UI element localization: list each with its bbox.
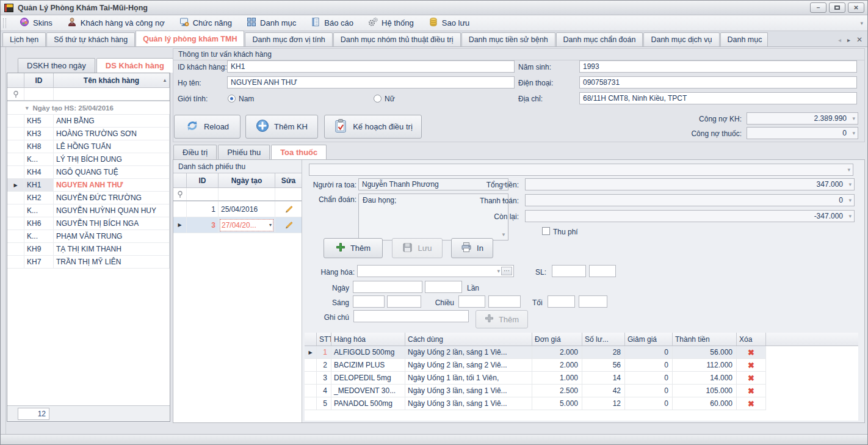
tab-ds-khach-hang[interactable]: DS Khách hàng (96, 58, 173, 73)
delete-row-icon[interactable]: ✖ (737, 397, 766, 410)
item-row[interactable]: 4 _MEDOVENT 30... Ngày Uống 3 lần, sáng … (305, 385, 858, 397)
receipt-id-filter-cell[interactable] (187, 188, 219, 200)
table-row[interactable]: KH5ANH BẰNG (7, 115, 170, 128)
menu-skins[interactable]: Skins (12, 15, 60, 31)
tab-scroll-right-icon[interactable]: ▸ (847, 37, 850, 43)
menu-drag-grip[interactable] (3, 18, 6, 28)
name-filter-cell[interactable] (54, 88, 170, 100)
drug-debt-field[interactable]: 0▾ (747, 127, 858, 139)
stt-column-header[interactable]: STT (317, 333, 331, 346)
product-lookup-button[interactable]: ··· (501, 267, 512, 275)
day-field[interactable] (353, 281, 422, 293)
product-column-header[interactable]: Hàng hóa (331, 333, 405, 346)
name-column-header[interactable]: Tên khách hàng▴ (54, 73, 170, 87)
total-field[interactable]: 347.000▾ (525, 178, 855, 190)
note-field[interactable] (353, 310, 469, 322)
item-row[interactable]: 3 DELOPEDIL 5mg Ngày Uống 1 lần, tối 1 V… (305, 372, 858, 385)
tab-dm-nhom-thu-thuat[interactable]: Danh mục nhóm thủ thuật điều trị (333, 32, 461, 46)
receipt-id-column-header[interactable]: ID (187, 173, 219, 187)
tab-dskh-theo-ngay[interactable]: DSKH theo ngày (18, 58, 95, 73)
prescription-selector-combo[interactable]: ▾ (309, 164, 853, 176)
tab-dieu-tri[interactable]: Điều trị (173, 145, 217, 159)
close-button[interactable]: ✕ (848, 2, 864, 13)
group-row[interactable]: ▾ Ngày tạo HS: 25/04/2016 (7, 101, 170, 115)
price-column-header[interactable]: Đơn giá (532, 333, 582, 346)
menu-catalog[interactable]: Danh mục (239, 15, 303, 31)
treatment-plan-button[interactable]: Kế hoạch điều trị (324, 115, 422, 139)
id-filter-cell[interactable] (24, 88, 54, 100)
fee-checkbox[interactable] (542, 227, 550, 235)
paid-field[interactable]: 0▾ (525, 194, 855, 206)
product-combo[interactable]: ▾ ··· (357, 265, 514, 277)
menu-backup[interactable]: Sao lưu (421, 15, 477, 31)
menu-system[interactable]: Hệ thống (361, 15, 421, 31)
table-row-selected[interactable]: ▶KH1NGUYEN ANH THƯ (7, 179, 170, 192)
full-name-field[interactable]: NGUYEN ANH THƯ (227, 76, 515, 89)
table-row[interactable]: KH4NGÔ QUANG TUỆ (7, 166, 170, 179)
discount-column-header[interactable]: Giảm giá (625, 333, 673, 346)
edit-pencil-icon[interactable] (275, 201, 302, 217)
receipt-row[interactable]: 1 25/04/2016 (173, 201, 302, 217)
tab-dm-dich-vu[interactable]: Danh mục dịch vụ (643, 32, 719, 46)
table-row[interactable]: K...NGUYỄN HUỲNH QUAN HUY (7, 204, 170, 217)
scroll-down-icon[interactable]: ▼ (501, 232, 506, 237)
maximize-button[interactable] (829, 2, 845, 13)
delete-row-icon[interactable]: ✖ (737, 359, 766, 372)
tab-scroll-left-icon[interactable]: ◂ (838, 37, 841, 43)
tab-dm-tien-su-benh[interactable]: Danh mục tiền sử bệnh (461, 32, 555, 46)
tab-quan-ly-phong-kham[interactable]: Quản lý phòng khám TMH (136, 31, 244, 46)
gender-male-radio[interactable] (228, 95, 236, 103)
receipt-date-column-header[interactable]: Ngày tạo (219, 173, 275, 187)
evening-field-1[interactable] (548, 295, 575, 308)
customer-id-field[interactable]: KH1 (227, 60, 515, 73)
evening-field-2[interactable] (579, 295, 607, 308)
add-item-button[interactable]: Thêm (476, 310, 528, 328)
tab-phieu-thu[interactable]: Phiếu thu (218, 145, 270, 159)
menu-overflow-icon[interactable]: ▾ (860, 20, 867, 26)
table-row[interactable]: KH8LÊ HỒNG TUẤN (7, 140, 170, 153)
save-button[interactable]: Lưu (392, 238, 443, 258)
phone-field[interactable]: 090758731 (579, 76, 857, 89)
delete-row-icon[interactable]: ✖ (737, 346, 766, 359)
times-field[interactable] (425, 281, 462, 293)
minimize-button[interactable]: – (810, 2, 826, 13)
quantity-field-1[interactable] (552, 265, 586, 277)
address-field[interactable]: 68/11H CMT8, Ninh Kiều, TPCT (579, 92, 857, 104)
tab-close-icon[interactable]: ✕ (856, 35, 863, 44)
tab-so-thu-tu[interactable]: Số thứ tự khách hàng (46, 32, 135, 46)
birth-year-field[interactable]: 1993 (579, 60, 857, 73)
item-row[interactable]: 5 PANADOL 500mg Ngày Uống 3 lần, sáng 1 … (305, 397, 858, 410)
receipt-edit-column-header[interactable]: Sửa (275, 173, 302, 187)
qty-column-header[interactable]: Số lư... (582, 333, 625, 346)
tab-toa-thuoc[interactable]: Toa thuốc (271, 145, 327, 159)
menu-reports[interactable]: Báo cáo (303, 15, 361, 31)
table-row[interactable]: KH3HOÀNG TRƯỜNG SƠN (7, 128, 170, 140)
table-row[interactable]: KH9TẠ THỊ KIM THANH (7, 243, 170, 256)
left-splitter[interactable] (1, 47, 6, 434)
tab-dm-truncated[interactable]: Danh mục (720, 32, 768, 46)
receipt-row-selected[interactable]: ▶ 3 27/04/20...▾ (173, 217, 302, 233)
id-column-header[interactable]: ID (24, 73, 54, 87)
reload-button[interactable]: Reload (174, 115, 241, 139)
remaining-field[interactable]: -347.000▾ (525, 210, 855, 222)
receipt-date-editor[interactable]: 27/04/20...▾ (220, 219, 273, 231)
tab-lich-hen[interactable]: Lịch hẹn (2, 32, 46, 46)
delete-row-icon[interactable]: ✖ (737, 385, 766, 397)
gender-female-radio[interactable] (374, 95, 382, 103)
noon-field-1[interactable] (458, 295, 485, 308)
item-row[interactable]: 2 BACIZIM PLUS Ngày Uống 2 lần, sáng 2 V… (305, 359, 858, 372)
edit-pencil-icon[interactable] (275, 217, 302, 233)
menu-customers-debt[interactable]: Khách hàng và công nợ (60, 15, 172, 31)
receipt-date-filter-cell[interactable] (219, 188, 275, 200)
amount-column-header[interactable]: Thành tiền (673, 333, 737, 346)
delete-column-header[interactable]: Xóa (737, 333, 766, 346)
table-row[interactable]: KH2NGUYỄN ĐỨC TRƯỜNG (7, 192, 170, 204)
table-row[interactable]: K...LÝ THỊ BÍCH DUNG (7, 153, 170, 166)
tab-dm-don-vi-tinh[interactable]: Danh mục đơn vị tính (245, 32, 332, 46)
table-row[interactable]: KH7TRẦN THỊ MỸ LIÊN (7, 256, 170, 269)
usage-column-header[interactable]: Cách dùng (405, 333, 532, 346)
noon-field-2[interactable] (488, 295, 521, 308)
menu-functions[interactable]: Chức năng (172, 15, 239, 31)
add-customer-button[interactable]: Thêm KH (245, 115, 318, 139)
item-row-selected[interactable]: ▶ 1 ALFIGOLD 500mg Ngày Uống 2 lần, sáng… (305, 346, 858, 359)
